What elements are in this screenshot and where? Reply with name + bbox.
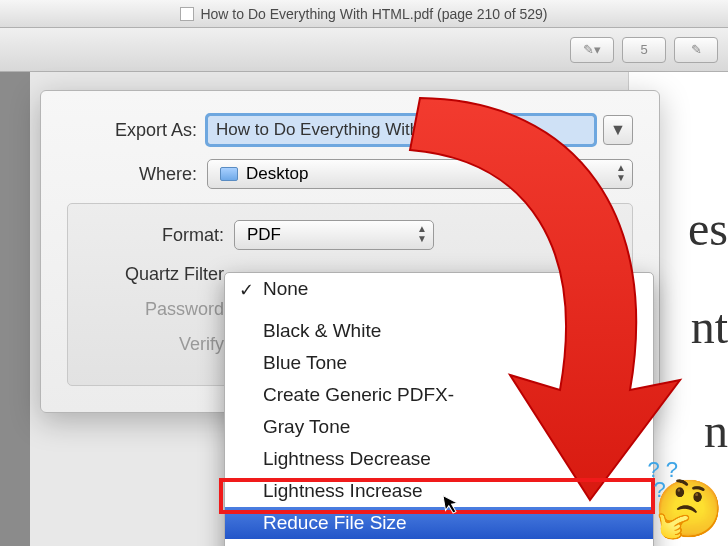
filter-option-gray[interactable]: Gray Tone (225, 411, 653, 443)
where-value: Desktop (246, 164, 308, 184)
where-select[interactable]: Desktop ▲▼ (207, 159, 633, 189)
background-text: nt (691, 296, 728, 358)
toolbar-button-2[interactable]: 5 (622, 37, 666, 63)
export-as-field[interactable]: How to Do Everything With HTML (207, 115, 595, 145)
toolbar-edit-button[interactable]: ✎ (674, 37, 718, 63)
format-select[interactable]: PDF ▲▼ (234, 220, 434, 250)
background-text: es (688, 198, 728, 260)
filter-option-label: Reduce File Size (263, 512, 407, 533)
filter-option-light-dec[interactable]: Lightness Decrease (225, 443, 653, 475)
filter-option-label: Black & White (263, 320, 381, 341)
export-as-row: Export As: How to Do Everything With HTM… (67, 115, 633, 145)
quartz-filter-label: Quartz Filter (84, 264, 234, 285)
window-titlebar: How to Do Everything With HTML.pdf (page… (0, 0, 728, 28)
export-as-value: How to Do Everything With HTML (216, 120, 470, 140)
password-label: Password (84, 299, 234, 320)
format-row: Format: PDF ▲▼ (84, 220, 616, 250)
check-icon: ✓ (239, 279, 254, 301)
document-icon (180, 7, 194, 21)
filter-option-label: Gray Tone (263, 416, 350, 437)
filter-option-blue[interactable]: Blue Tone (225, 347, 653, 379)
filter-option-label: Blue Tone (263, 352, 347, 373)
format-label: Format: (84, 225, 234, 246)
filter-option-label: Lightness Decrease (263, 448, 431, 469)
format-value: PDF (247, 225, 281, 245)
thinking-emoji-icon: 🤔 (654, 476, 724, 542)
window-title: How to Do Everything With HTML.pdf (page… (200, 6, 547, 22)
filter-option-label: Lightness Increase (263, 480, 423, 501)
background-left (0, 72, 30, 546)
verify-label: Verify (84, 334, 234, 355)
filter-option-bw[interactable]: Black & White (225, 315, 653, 347)
quartz-filter-dropdown[interactable]: ✓ None Black & White Blue Tone Create Ge… (224, 272, 654, 546)
filter-option-label: None (263, 278, 308, 299)
filter-option-none[interactable]: ✓ None (225, 273, 653, 305)
menu-separator (225, 305, 653, 315)
where-row: Where: Desktop ▲▼ (67, 159, 633, 189)
toolbar-annotate-button[interactable]: ✎▾ (570, 37, 614, 63)
filter-option-light-inc[interactable]: Lightness Increase (225, 475, 653, 507)
folder-icon (220, 167, 238, 181)
background-text: n (704, 400, 728, 462)
filter-option-pdfx[interactable]: Create Generic PDFX- (225, 379, 653, 411)
chevron-down-icon: ▼ (610, 121, 626, 139)
filter-option-label: Create Generic PDFX- (263, 384, 454, 405)
filter-option-sepia[interactable]: Sepia Tone (225, 539, 653, 546)
filter-option-reduce[interactable]: Reduce File Size (225, 507, 653, 539)
disclosure-button[interactable]: ▼ (603, 115, 633, 145)
where-label: Where: (67, 164, 207, 185)
updown-icon: ▲▼ (616, 163, 626, 183)
updown-icon: ▲▼ (417, 224, 427, 244)
toolbar: ✎▾ 5 ✎ (0, 28, 728, 72)
export-as-label: Export As: (67, 120, 207, 141)
